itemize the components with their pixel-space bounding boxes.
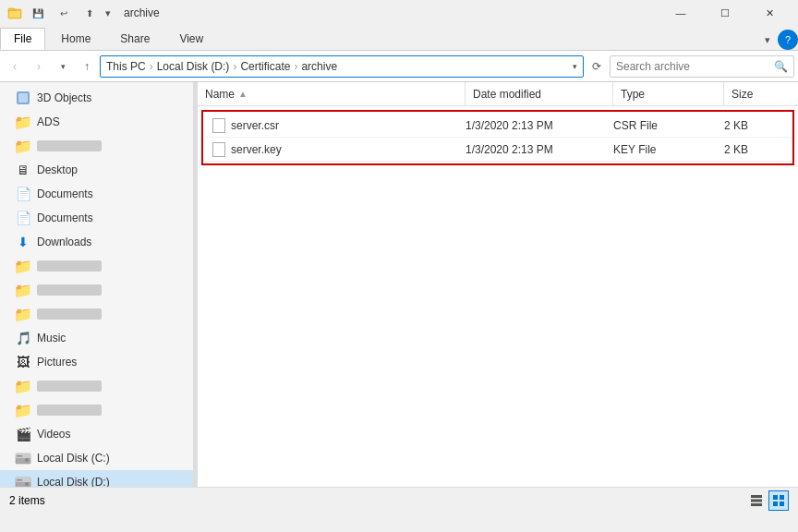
sidebar-item-documents2[interactable]: 📄 Documents: [0, 206, 193, 230]
svg-rect-4: [18, 93, 28, 103]
sidebar-item-ads[interactable]: 📁 ADS: [0, 110, 193, 134]
title-bar: 💾 ↩ ⬆ ▾ archive — ☐ ✕: [0, 0, 798, 26]
file-doc-icon-key: [212, 142, 225, 157]
back-button[interactable]: ‹: [4, 55, 26, 78]
sidebar-item-local-disk-c[interactable]: Local Disk (C:): [0, 446, 193, 470]
tab-view[interactable]: View: [165, 28, 217, 50]
refresh-button[interactable]: ⟳: [586, 55, 608, 78]
help-button[interactable]: ?: [778, 30, 798, 50]
svg-point-11: [25, 482, 29, 486]
sidebar-item-desktop[interactable]: 🖥 Desktop: [0, 158, 193, 182]
file-doc-icon-csr: [212, 118, 225, 133]
sidebar-label-blurred1: [37, 140, 102, 151]
tab-home[interactable]: Home: [47, 28, 104, 50]
sidebar-label-ads: ADS: [37, 115, 60, 128]
sidebar-item-documents1[interactable]: 📄 Documents: [0, 182, 193, 206]
svg-rect-18: [773, 502, 778, 506]
sidebar-item-videos[interactable]: 🎬 Videos: [0, 422, 193, 446]
sidebar-item-music[interactable]: 🎵 Music: [0, 326, 193, 350]
minimize-button[interactable]: —: [659, 0, 702, 26]
sidebar-label-3dobjects: 3D Objects: [37, 91, 91, 104]
sidebar-label-blurred5: [37, 381, 102, 392]
status-count: 2 items: [9, 494, 45, 507]
close-button[interactable]: ✕: [748, 0, 791, 26]
file-name-server-csr: server.csr: [205, 118, 458, 133]
downloads-icon: ⬇: [15, 234, 31, 250]
view-grid-button[interactable]: [768, 490, 789, 511]
disk-c-icon: [15, 450, 31, 466]
app-icon: [7, 6, 22, 20]
svg-rect-14: [751, 499, 762, 502]
forward-button[interactable]: ›: [28, 55, 50, 78]
3dobjects-icon: [15, 90, 31, 106]
svg-rect-8: [17, 455, 22, 457]
sidebar-item-blurred6[interactable]: 📁: [0, 398, 193, 422]
folder-icon-b6: 📁: [15, 402, 31, 418]
up-button[interactable]: ↑: [76, 55, 98, 78]
view-controls: [746, 490, 789, 511]
view-list-button[interactable]: [746, 490, 767, 511]
address-bar-area: ‹ › ▾ ↑ This PC › Local Disk (D:) › Cert…: [0, 51, 798, 82]
tab-file[interactable]: File: [0, 28, 45, 50]
sidebar: 3D Objects 📁 ADS 📁 🖥 Desktop 📄 Documents…: [0, 82, 194, 487]
sidebar-item-blurred4[interactable]: 📁: [0, 302, 193, 326]
svg-rect-12: [17, 479, 22, 481]
main-area: 3D Objects 📁 ADS 📁 🖥 Desktop 📄 Documents…: [0, 82, 798, 487]
sidebar-label-local-disk-d: Local Disk (D:): [37, 476, 110, 487]
col-header-date[interactable]: Date modified: [466, 82, 613, 105]
sidebar-item-blurred1[interactable]: 📁: [0, 134, 193, 158]
sidebar-label-blurred4: [37, 308, 102, 320]
pictures-icon: 🖼: [15, 354, 31, 370]
file-type-server-key: KEY File: [606, 143, 717, 156]
sidebar-item-blurred5[interactable]: 📁: [0, 374, 193, 398]
svg-rect-2: [9, 11, 20, 18]
sidebar-item-3dobjects[interactable]: 3D Objects: [0, 86, 193, 110]
file-row-server-key[interactable]: server.key 1/3/2020 2:13 PM KEY File 2 K…: [205, 138, 791, 162]
properties-quick-btn[interactable]: ⬆: [79, 4, 100, 22]
maximize-button[interactable]: ☐: [704, 0, 746, 26]
sidebar-label-pictures: Pictures: [37, 356, 77, 369]
sidebar-item-pictures[interactable]: 🖼 Pictures: [0, 350, 193, 374]
status-bar: 2 items: [0, 487, 798, 513]
sidebar-item-local-disk-d[interactable]: Local Disk (D:): [0, 470, 193, 487]
file-date-server-key: 1/3/2020 2:13 PM: [458, 143, 606, 156]
sidebar-item-blurred3[interactable]: 📁: [0, 278, 193, 302]
ribbon-expand-btn[interactable]: ▾: [757, 30, 778, 50]
sidebar-item-downloads[interactable]: ⬇ Downloads: [0, 230, 193, 254]
undo-quick-btn[interactable]: ↩: [54, 4, 74, 22]
folder-icon-b4: 📁: [15, 306, 31, 322]
svg-point-7: [25, 458, 29, 462]
folder-icon-b2: 📁: [15, 258, 31, 274]
breadcrumb-local-disk: Local Disk (D:): [157, 60, 230, 73]
search-input[interactable]: [616, 60, 770, 73]
dropdown-history-btn[interactable]: ▾: [52, 55, 74, 78]
breadcrumb-this-pc: This PC: [106, 60, 146, 73]
sidebar-label-blurred6: [37, 405, 102, 416]
disk-d-icon: [15, 474, 31, 487]
col-header-type[interactable]: Type: [613, 82, 724, 105]
svg-rect-17: [780, 495, 784, 500]
sidebar-label-videos: Videos: [37, 428, 70, 441]
file-size-server-key: 2 KB: [717, 143, 791, 156]
address-bar[interactable]: This PC › Local Disk (D:) › Certificate …: [100, 55, 584, 78]
tab-share[interactable]: Share: [106, 28, 163, 50]
col-header-size[interactable]: Size: [724, 82, 798, 105]
svg-rect-16: [773, 495, 778, 500]
svg-rect-13: [751, 495, 762, 498]
file-date-server-csr: 1/3/2020 2:13 PM: [458, 119, 606, 132]
address-dropdown-icon[interactable]: ▾: [573, 62, 577, 71]
breadcrumb-certificate: Certificate: [240, 60, 290, 73]
sidebar-item-blurred2[interactable]: 📁: [0, 254, 193, 278]
search-box[interactable]: 🔍: [610, 55, 794, 78]
file-row-server-csr[interactable]: server.csr 1/3/2020 2:13 PM CSR File 2 K…: [205, 114, 791, 138]
documents-icon: 📄: [15, 186, 31, 202]
file-name-server-key: server.key: [205, 142, 458, 157]
window-title: archive: [124, 6, 160, 19]
col-header-name[interactable]: Name ▲: [198, 82, 466, 105]
save-quick-btn[interactable]: 💾: [28, 4, 48, 22]
folder-icon-b5: 📁: [15, 378, 31, 394]
file-area: Name ▲ Date modified Type Size server.cs…: [198, 82, 798, 487]
sidebar-label-documents1: Documents: [37, 187, 93, 200]
sidebar-label-blurred3: [37, 284, 102, 296]
svg-rect-19: [780, 502, 784, 506]
